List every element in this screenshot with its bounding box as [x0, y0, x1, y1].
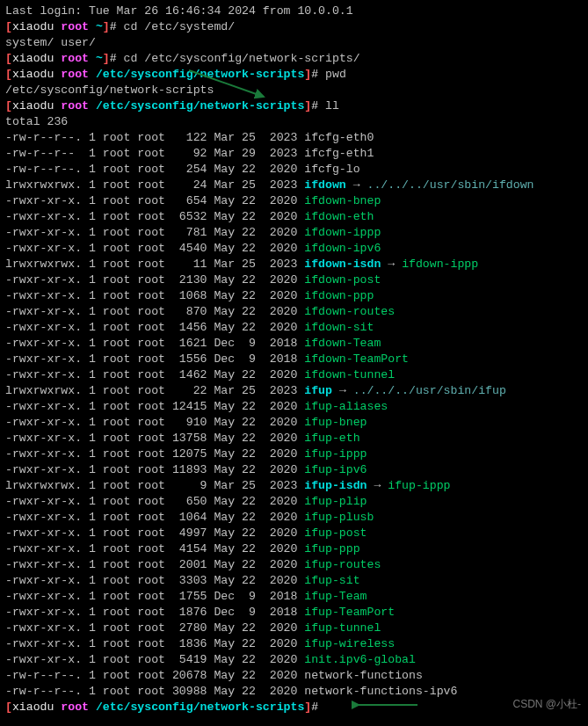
total-line: total 236	[5, 114, 583, 130]
file-row: lrwxrwxrwx. 1 root root 11 Mar 25 2023 i…	[5, 257, 583, 272]
file-row: -rwxr-xr-x. 1 root root 6532 May 22 2020…	[5, 209, 583, 225]
file-row: lrwxrwxrwx. 1 root root 22 Mar 25 2023 i…	[5, 383, 583, 399]
file-row: -rwxr-xr-x. 1 root root 870 May 22 2020 …	[5, 304, 583, 320]
file-row: -rwxr-xr-x. 1 root root 11893 May 22 202…	[5, 462, 583, 478]
file-row: -rw-r--r--. 1 root root 122 Mar 25 2023 …	[5, 130, 583, 146]
file-row: -rwxr-xr-x. 1 root root 12075 May 22 202…	[5, 446, 583, 462]
file-row: -rwxr-xr-x. 1 root root 910 May 22 2020 …	[5, 415, 583, 431]
file-row: -rwxr-xr-x. 1 root root 2001 May 22 2020…	[5, 557, 583, 573]
file-row: -rwxr-xr-x. 1 root root 4997 May 22 2020…	[5, 526, 583, 541]
prompt-line[interactable]: [xiaodu root ~]# cd /etc/sysconfig/netwo…	[5, 51, 583, 67]
file-row: -rwxr-xr-x. 1 root root 3303 May 22 2020…	[5, 573, 583, 589]
file-row: lrwxrwxrwx. 1 root root 9 Mar 25 2023 if…	[5, 478, 583, 494]
file-row: -rwxr-xr-x. 1 root root 5419 May 22 2020…	[5, 652, 583, 668]
file-row: -rwxr-xr-x. 1 root root 1621 Dec 9 2018 …	[5, 336, 583, 352]
file-row: -rwxr-xr-x. 1 root root 1462 May 22 2020…	[5, 367, 583, 383]
file-row: -rw-r--r--. 1 root root 254 May 22 2020 …	[5, 162, 583, 178]
file-row: -rwxr-xr-x. 1 root root 4540 May 22 2020…	[5, 241, 583, 257]
prompt-line[interactable]: [xiaodu root /etc/sysconfig/network-scri…	[5, 98, 583, 114]
file-row: -rwxr-xr-x. 1 root root 654 May 22 2020 …	[5, 193, 583, 209]
file-row: -rwxr-xr-x. 1 root root 1876 Dec 9 2018 …	[5, 605, 583, 621]
file-row: -rwxr-xr-x. 1 root root 1556 Dec 9 2018 …	[5, 352, 583, 367]
file-row: lrwxrwxrwx. 1 root root 24 Mar 25 2023 i…	[5, 178, 583, 193]
file-row: -rwxr-xr-x. 1 root root 650 May 22 2020 …	[5, 494, 583, 510]
file-row: -rwxr-xr-x. 1 root root 2130 May 22 2020…	[5, 272, 583, 288]
file-row: -rwxr-xr-x. 1 root root 12415 May 22 202…	[5, 399, 583, 415]
file-row: -rwxr-xr-x. 1 root root 781 May 22 2020 …	[5, 225, 583, 241]
file-row: -rwxr-xr-x. 1 root root 2780 May 22 2020…	[5, 621, 583, 636]
file-row: -rwxr-xr-x. 1 root root 13758 May 22 202…	[5, 431, 583, 446]
last-login: Last login: Tue Mar 26 16:46:34 2024 fro…	[5, 4, 583, 19]
prompt-line[interactable]: [xiaodu root /etc/sysconfig/network-scri…	[5, 700, 583, 715]
watermark: CSDN @小杜-	[512, 696, 581, 712]
file-row: -rw-r--r-- 1 root root 92 Mar 29 2023 if…	[5, 146, 583, 162]
file-row: -rwxr-xr-x. 1 root root 1064 May 22 2020…	[5, 510, 583, 526]
file-row: -rw-r--r--. 1 root root 30988 May 22 202…	[5, 684, 583, 700]
file-row: -rwxr-xr-x. 1 root root 1836 May 22 2020…	[5, 636, 583, 652]
file-row: -rwxr-xr-x. 1 root root 1456 May 22 2020…	[5, 320, 583, 336]
pwd-output: /etc/sysconfig/network-scripts	[5, 83, 583, 98]
terminal-window[interactable]: Last login: Tue Mar 26 16:46:34 2024 fro…	[5, 4, 583, 715]
file-row: -rwxr-xr-x. 1 root root 1068 May 22 2020…	[5, 288, 583, 304]
file-row: -rw-r--r--. 1 root root 20678 May 22 202…	[5, 668, 583, 684]
prompt-line[interactable]: [xiaodu root /etc/sysconfig/network-scri…	[5, 67, 583, 83]
tab-completion: system/ user/	[5, 35, 583, 51]
prompt-line[interactable]: [xiaodu root ~]# cd /etc/systemd/	[5, 19, 583, 35]
file-row: -rwxr-xr-x. 1 root root 1755 Dec 9 2018 …	[5, 589, 583, 605]
file-row: -rwxr-xr-x. 1 root root 4154 May 22 2020…	[5, 541, 583, 557]
